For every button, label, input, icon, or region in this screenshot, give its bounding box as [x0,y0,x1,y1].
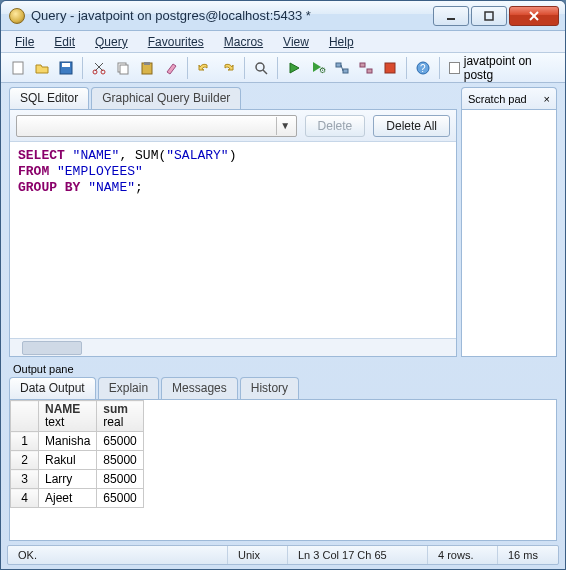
svg-rect-23 [385,63,395,73]
undo-icon[interactable] [193,56,215,80]
scratch-close-icon[interactable]: × [544,93,550,105]
cell-name[interactable]: Larry [39,470,97,489]
toolbar: ⚙ ? javatpoint on postg [1,53,565,83]
tab-history[interactable]: History [240,377,299,399]
scratch-pad-header: Scratch pad × [461,87,557,109]
save-icon[interactable] [55,56,77,80]
svg-rect-22 [367,69,372,73]
table-row[interactable]: 4 Ajeet 65000 [11,489,144,508]
chevron-down-icon: ▼ [276,117,294,135]
maximize-button[interactable] [471,6,507,26]
status-message: OK. [8,546,228,564]
table-row[interactable]: 2 Rakul 85000 [11,451,144,470]
svg-rect-6 [62,63,70,67]
corner-cell [11,401,39,432]
row-number: 2 [11,451,39,470]
delete-button[interactable]: Delete [305,115,366,137]
output-tabs: Data Output Explain Messages History [9,377,557,399]
cell-sum[interactable]: 85000 [97,451,143,470]
svg-rect-1 [485,12,493,20]
row-number: 1 [11,432,39,451]
row-number: 3 [11,470,39,489]
help-icon[interactable]: ? [412,56,434,80]
cell-sum[interactable]: 85000 [97,470,143,489]
explain-analyze-icon[interactable] [355,56,377,80]
status-row-count: 4 rows. [428,546,498,564]
connection-label: javatpoint on postg [464,54,555,82]
window-title: Query - javatpoint on postgres@localhost… [31,8,433,23]
scratch-pad-title: Scratch pad [468,93,527,105]
editor-tabs: SQL Editor Graphical Query Builder [9,87,457,109]
col-header-name[interactable]: NAMEtext [39,401,97,432]
cell-sum[interactable]: 65000 [97,489,143,508]
redo-icon[interactable] [217,56,239,80]
cell-name[interactable]: Rakul [39,451,97,470]
tab-explain[interactable]: Explain [98,377,159,399]
app-window: Query - javatpoint on postgres@localhost… [0,0,566,570]
cell-name[interactable]: Manisha [39,432,97,451]
app-icon [9,8,25,24]
svg-text:⚙: ⚙ [319,66,326,75]
sql-editor-panel: ▼ Delete Delete All SELECT "NAME", SUM("… [9,109,457,357]
paste-icon[interactable] [136,56,158,80]
titlebar: Query - javatpoint on postgres@localhost… [1,1,565,31]
cell-sum[interactable]: 65000 [97,432,143,451]
scratch-pad-area[interactable] [461,109,557,357]
svg-point-15 [256,63,264,71]
grid-header-row: NAMEtext sumreal [11,401,144,432]
open-icon[interactable] [31,56,53,80]
svg-line-20 [341,65,343,71]
tab-graphical-query-builder[interactable]: Graphical Query Builder [91,87,241,109]
row-number: 4 [11,489,39,508]
find-icon[interactable] [250,56,272,80]
status-encoding: Unix [228,546,288,564]
status-duration: 16 ms [498,546,558,564]
data-output-grid[interactable]: NAMEtext sumreal 1 Manisha 65000 2 Rakul… [9,399,557,541]
status-cursor-position: Ln 3 Col 17 Ch 65 [288,546,428,564]
table-row[interactable]: 3 Larry 85000 [11,470,144,489]
close-button[interactable] [509,6,559,26]
svg-rect-18 [336,63,341,67]
explain-icon[interactable] [331,56,353,80]
menu-view[interactable]: View [275,33,317,51]
connection-checkbox-icon[interactable] [449,62,460,74]
output-pane-title: Output pane [9,361,557,377]
sql-textarea[interactable]: SELECT "NAME", SUM("SALARY") FROM "EMPLO… [10,142,456,338]
svg-rect-4 [13,62,23,74]
menu-macros[interactable]: Macros [216,33,271,51]
minimize-button[interactable] [433,6,469,26]
svg-rect-21 [360,63,365,67]
svg-rect-14 [144,62,150,65]
cut-icon[interactable] [88,56,110,80]
menu-edit[interactable]: Edit [46,33,83,51]
cell-name[interactable]: Ajeet [39,489,97,508]
svg-rect-19 [343,69,348,73]
menu-favourites[interactable]: Favourites [140,33,212,51]
col-header-sum[interactable]: sumreal [97,401,143,432]
delete-all-button[interactable]: Delete All [373,115,450,137]
cancel-icon[interactable] [379,56,401,80]
menu-help[interactable]: Help [321,33,362,51]
svg-line-16 [263,70,267,74]
connection-indicator[interactable]: javatpoint on postg [445,54,559,82]
execute-pgscript-icon[interactable]: ⚙ [307,56,329,80]
tab-messages[interactable]: Messages [161,377,238,399]
menu-file[interactable]: File [7,33,42,51]
horizontal-scrollbar[interactable] [10,338,456,356]
svg-text:?: ? [420,63,426,74]
menubar: File Edit Query Favourites Macros View H… [1,31,565,53]
svg-rect-12 [120,65,128,74]
tab-sql-editor[interactable]: SQL Editor [9,87,89,109]
table-row[interactable]: 1 Manisha 65000 [11,432,144,451]
clear-icon[interactable] [160,56,182,80]
menu-query[interactable]: Query [87,33,136,51]
statusbar: OK. Unix Ln 3 Col 17 Ch 65 4 rows. 16 ms [7,545,559,565]
copy-icon[interactable] [112,56,134,80]
execute-icon[interactable] [283,56,305,80]
tab-data-output[interactable]: Data Output [9,377,96,399]
window-controls [433,6,559,26]
new-icon[interactable] [7,56,29,80]
history-combo[interactable]: ▼ [16,115,297,137]
